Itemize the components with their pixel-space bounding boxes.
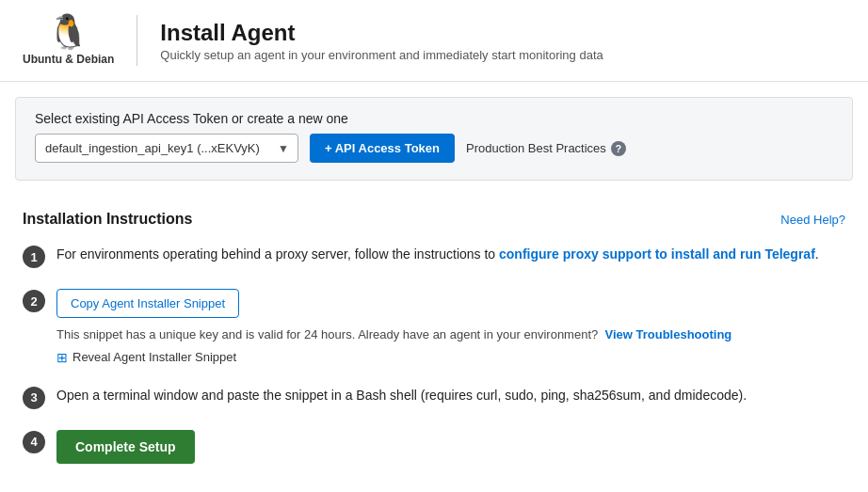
page-header: 🐧 Ubuntu & Debian Install Agent Quickly … bbox=[0, 0, 868, 82]
os-icon: 🐧 bbox=[47, 15, 89, 49]
step-3-number: 3 bbox=[23, 387, 45, 409]
step-4-number: 4 bbox=[23, 431, 45, 453]
snippet-note-text: This snippet has a unique key and is val… bbox=[56, 327, 598, 341]
header-text: Install Agent Quickly setup an agent in … bbox=[160, 20, 603, 62]
step-3: 3 Open a terminal window and paste the s… bbox=[23, 386, 845, 409]
token-select[interactable]: default_ingestion_api_key1 (...xEKVyK) bbox=[35, 134, 298, 163]
api-access-token-button[interactable]: + API Access Token bbox=[310, 134, 455, 163]
snippet-note: This snippet has a unique key and is val… bbox=[56, 325, 845, 344]
view-troubleshooting-link[interactable]: View Troubleshooting bbox=[604, 327, 731, 341]
step-3-text: Open a terminal window and paste the sni… bbox=[56, 388, 747, 403]
step-3-content: Open a terminal window and paste the sni… bbox=[56, 386, 845, 405]
step-1-text-after: . bbox=[815, 246, 819, 262]
copy-snippet-button[interactable]: Copy Agent Installer Snippet bbox=[56, 289, 239, 318]
instructions-title: Installation Instructions bbox=[23, 211, 192, 228]
page-subtitle: Quickly setup an agent in your environme… bbox=[160, 48, 603, 62]
token-label: Select existing API Access Token or crea… bbox=[35, 111, 833, 126]
help-icon[interactable]: ? bbox=[611, 141, 626, 156]
token-controls: default_ingestion_api_key1 (...xEKVyK) ▼… bbox=[35, 134, 833, 163]
instructions-header: Installation Instructions Need Help? bbox=[23, 211, 845, 228]
step-1-text: For environments operating behind a prox… bbox=[56, 246, 819, 262]
step-2: 2 Copy Agent Installer Snippet This snip… bbox=[23, 289, 845, 365]
installation-instructions: Installation Instructions Need Help? 1 F… bbox=[0, 196, 868, 492]
production-label: Production Best Practices bbox=[466, 141, 606, 155]
logo-section: 🐧 Ubuntu & Debian bbox=[23, 15, 137, 66]
step-1-content: For environments operating behind a prox… bbox=[56, 245, 845, 264]
step-4: 4 Complete Setup bbox=[23, 430, 845, 464]
step-4-content: Complete Setup bbox=[56, 430, 845, 464]
page-title: Install Agent bbox=[160, 20, 603, 46]
step-2-content: Copy Agent Installer Snippet This snippe… bbox=[56, 289, 845, 365]
proxy-support-link[interactable]: configure proxy support to install and r… bbox=[499, 246, 815, 262]
step-2-number: 2 bbox=[23, 290, 45, 312]
step-1-text-before: For environments operating behind a prox… bbox=[56, 246, 499, 262]
production-best-practices: Production Best Practices ? bbox=[466, 141, 626, 156]
os-label: Ubuntu & Debian bbox=[23, 53, 114, 66]
token-select-wrapper: default_ingestion_api_key1 (...xEKVyK) ▼ bbox=[35, 134, 298, 163]
step-1: 1 For environments operating behind a pr… bbox=[23, 245, 845, 268]
need-help-link[interactable]: Need Help? bbox=[780, 213, 845, 227]
reveal-label: Reveal Agent Installer Snippet bbox=[72, 350, 236, 364]
token-section: Select existing API Access Token or crea… bbox=[15, 97, 853, 181]
expand-icon: ⊞ bbox=[56, 350, 68, 365]
reveal-snippet[interactable]: ⊞ Reveal Agent Installer Snippet bbox=[56, 350, 845, 365]
step-1-number: 1 bbox=[23, 246, 45, 268]
complete-setup-button[interactable]: Complete Setup bbox=[56, 430, 195, 464]
